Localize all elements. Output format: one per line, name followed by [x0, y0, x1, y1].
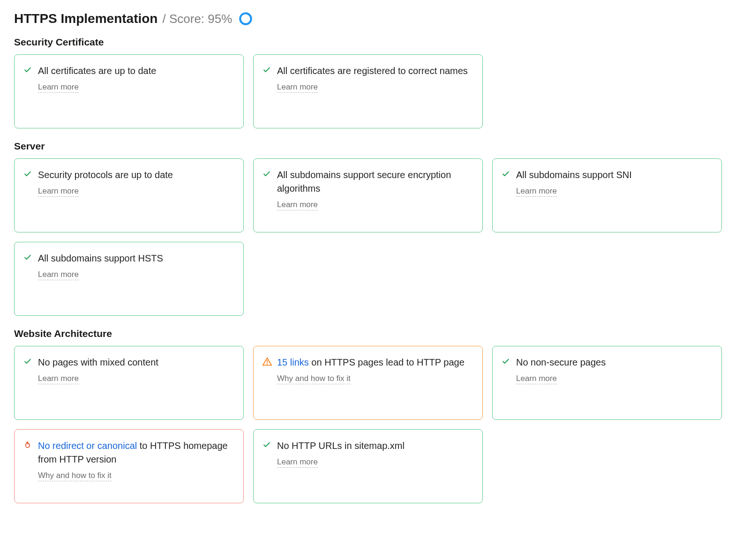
section: Website ArchitectureNo pages with mixed …: [14, 328, 736, 503]
card-body: All subdomains support SNILearn more: [516, 168, 711, 223]
check-icon: [23, 253, 33, 263]
page-header: HTTPS Implementation / Score: 95%: [14, 11, 736, 26]
audit-card: All certificates are registered to corre…: [253, 54, 483, 128]
score-prefix: / Score:: [162, 12, 208, 26]
card-text: All certificates are up to date: [38, 64, 233, 78]
card-body: All subdomains support secure encryption…: [277, 168, 472, 223]
fire-icon: [23, 440, 33, 450]
check-icon: [23, 169, 33, 179]
learn-more-link[interactable]: Learn more: [277, 200, 318, 210]
card-text: Security protocols are up to date: [38, 168, 233, 182]
card-text: No HTTP URLs in sitemap.xml: [277, 439, 472, 453]
check-icon: [501, 169, 511, 179]
section: Security CertificateAll certificates are…: [14, 37, 736, 128]
card-text: No pages with mixed content: [38, 356, 233, 369]
card-body: No pages with mixed contentLearn more: [38, 356, 233, 410]
check-icon: [23, 357, 33, 367]
learn-more-link[interactable]: Learn more: [516, 187, 557, 197]
learn-more-link[interactable]: Learn more: [277, 82, 318, 93]
card-body: No redirect or canonical to HTTPS homepa…: [38, 439, 233, 493]
audit-card: No redirect or canonical to HTTPS homepa…: [14, 429, 244, 503]
section-heading: Security Certificate: [14, 37, 736, 48]
fix-it-link[interactable]: Why and how to fix it: [38, 471, 112, 481]
card-grid: All certificates are up to dateLearn mor…: [14, 54, 736, 128]
check-icon: [262, 440, 272, 450]
check-icon: [262, 169, 272, 179]
section-heading: Server: [14, 141, 736, 152]
card-body: 15 links on HTTPS pages lead to HTTP pag…: [277, 356, 472, 410]
card-text: All certificates are registered to corre…: [277, 64, 472, 78]
check-icon: [262, 65, 272, 75]
card-text-after: on HTTPS pages lead to HTTP page: [309, 357, 465, 367]
learn-more-link[interactable]: Learn more: [277, 457, 318, 468]
card-text: All subdomains support HSTS: [38, 252, 233, 265]
card-body: No non-secure pagesLearn more: [516, 356, 711, 410]
audit-card: All subdomains support SNILearn more: [492, 158, 722, 232]
card-text: All subdomains support SNI: [516, 168, 711, 182]
audit-card: No non-secure pagesLearn more: [492, 346, 722, 420]
svg-point-1: [240, 13, 251, 24]
learn-more-link[interactable]: Learn more: [38, 374, 79, 384]
score-donut-icon: [239, 12, 253, 26]
card-issue-link[interactable]: No redirect or canonical: [38, 441, 137, 451]
page-title: HTTPS Implementation: [14, 11, 158, 26]
warning-icon: [262, 357, 272, 367]
card-issue-link[interactable]: 15 links: [277, 357, 309, 367]
card-body: All certificates are up to dateLearn mor…: [38, 64, 233, 119]
card-body: All subdomains support HSTSLearn more: [38, 252, 233, 306]
card-text: 15 links on HTTPS pages lead to HTTP pag…: [277, 356, 472, 369]
check-icon: [23, 65, 33, 75]
audit-card: All certificates are up to dateLearn mor…: [14, 54, 244, 128]
section: ServerSecurity protocols are up to dateL…: [14, 141, 736, 316]
audit-card: No HTTP URLs in sitemap.xmlLearn more: [253, 429, 483, 503]
card-grid: Security protocols are up to dateLearn m…: [14, 158, 736, 316]
learn-more-link[interactable]: Learn more: [38, 82, 79, 93]
audit-card: All subdomains support secure encryption…: [253, 158, 483, 232]
fix-it-link[interactable]: Why and how to fix it: [277, 374, 351, 384]
card-grid: No pages with mixed contentLearn more15 …: [14, 346, 736, 503]
card-body: All certificates are registered to corre…: [277, 64, 472, 119]
learn-more-link[interactable]: Learn more: [38, 187, 79, 197]
svg-point-3: [267, 363, 268, 364]
audit-card: 15 links on HTTPS pages lead to HTTP pag…: [253, 346, 483, 420]
card-body: No HTTP URLs in sitemap.xmlLearn more: [277, 439, 472, 493]
learn-more-link[interactable]: Learn more: [516, 374, 557, 384]
card-text: No non-secure pages: [516, 356, 711, 369]
score-label: / Score: 95%: [162, 12, 232, 26]
audit-card: Security protocols are up to dateLearn m…: [14, 158, 244, 232]
score-value: 95%: [208, 12, 232, 26]
audit-card: All subdomains support HSTSLearn more: [14, 242, 244, 316]
learn-more-link[interactable]: Learn more: [38, 270, 79, 280]
card-body: Security protocols are up to dateLearn m…: [38, 168, 233, 223]
card-text: All subdomains support secure encryption…: [277, 168, 472, 195]
audit-card: No pages with mixed contentLearn more: [14, 346, 244, 420]
card-text: No redirect or canonical to HTTPS homepa…: [38, 439, 233, 466]
section-heading: Website Architecture: [14, 328, 736, 339]
check-icon: [501, 357, 511, 367]
